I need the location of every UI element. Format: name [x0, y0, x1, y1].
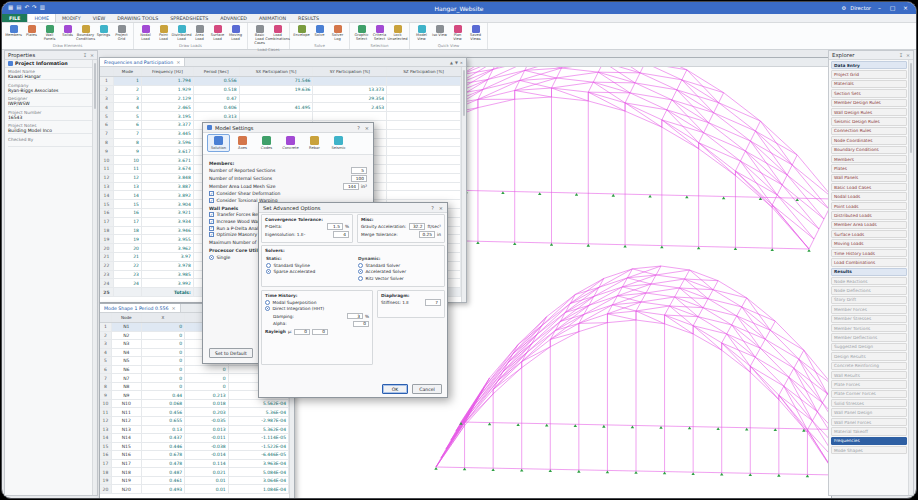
cell[interactable]: 22	[114, 262, 142, 270]
ok-button[interactable]: OK	[382, 384, 408, 394]
cell[interactable]: 3.848	[142, 174, 194, 182]
cell[interactable]: -0.014	[185, 451, 229, 459]
explorer-section-data-entry[interactable]: Data Entry	[831, 61, 907, 69]
cell[interactable]	[387, 130, 461, 138]
explorer-item-node-reactions[interactable]: Node Reactions	[831, 277, 907, 285]
cell[interactable]: N12	[112, 417, 142, 425]
cell[interactable]: 1.084E-04	[229, 485, 289, 493]
cell[interactable]: 0.44	[142, 391, 186, 399]
radio-sparse-accelerated[interactable]: Sparse Accelerated	[266, 269, 350, 274]
radio-ritz-vector-solver[interactable]: Ritz Vector Solver	[358, 276, 442, 281]
cell[interactable]: 24	[114, 279, 142, 287]
tab-frequencies[interactable]: Frequencies and Participation ×	[100, 58, 185, 66]
cell[interactable]: 18	[114, 227, 142, 235]
cell[interactable]	[387, 174, 461, 182]
tab-animation[interactable]: ANIMATION	[253, 14, 292, 22]
boundary-conditions-button[interactable]: Boundary Conditions	[77, 24, 94, 42]
cell[interactable]: 3.921	[142, 209, 194, 217]
criteria-select-button[interactable]: Criteria Select	[371, 24, 388, 42]
print-icon[interactable]: ▥	[40, 5, 45, 11]
explorer-item-point-loads[interactable]: Point Loads	[831, 202, 907, 210]
table-row[interactable]: 11N110.4560.2035.36E-04	[100, 408, 289, 417]
close-icon[interactable]: ×	[460, 60, 463, 65]
cell[interactable]: 3.596	[142, 139, 194, 147]
cell[interactable]: 3	[114, 95, 142, 103]
cell[interactable]: 1	[114, 77, 142, 85]
cell[interactable]: 23	[114, 271, 142, 279]
cell[interactable]: 3.97	[142, 253, 194, 261]
cell[interactable]: 0.01	[185, 477, 229, 485]
table-row[interactable]: 111.7940.55671.546	[100, 77, 461, 86]
cell[interactable]: 3.887	[142, 183, 194, 191]
explorer-item-suggested-design[interactable]: Suggested Design	[831, 343, 907, 351]
cell[interactable]: N19	[112, 477, 142, 485]
settings-nav-rebar[interactable]: Rebar	[304, 135, 325, 151]
explorer-item-boundary-conditions[interactable]: Boundary Conditions	[831, 146, 907, 154]
cell[interactable]: 0.203	[185, 408, 229, 416]
cell[interactable]: 3.674	[142, 165, 194, 173]
column-header-x[interactable]: X	[142, 313, 186, 322]
tab-modify[interactable]: MODIFY	[56, 14, 87, 22]
explorer-item-seismic-design-rules[interactable]: Seismic Design Rules	[831, 117, 907, 125]
maximize-button[interactable]: ▢	[888, 5, 897, 11]
explorer-item-mode-shapes[interactable]: Mode Shapes	[831, 446, 907, 454]
column-header-mode[interactable]: Mode	[114, 67, 142, 76]
cell[interactable]: 15	[114, 200, 142, 208]
table-row[interactable]: 553.1950.313	[100, 112, 461, 121]
lock-unselected-button[interactable]: Lock Unselected	[389, 24, 406, 42]
save-icon[interactable]: ▤	[16, 5, 21, 11]
table-row[interactable]: 15N150.446-0.038-1.522E-04	[100, 443, 289, 452]
cell[interactable]: 0.437	[142, 434, 186, 442]
cell[interactable]: 3.962	[142, 244, 194, 252]
eigensolution-input[interactable]: 4	[333, 231, 349, 238]
plates-button[interactable]: Plates	[23, 24, 40, 38]
cell[interactable]: 19.636	[240, 86, 314, 94]
cell[interactable]: 10	[114, 156, 142, 164]
model-view-button[interactable]: Model View	[413, 24, 430, 42]
cell[interactable]: 0	[142, 332, 186, 340]
cell[interactable]: 6	[114, 121, 142, 129]
cell[interactable]: 41.495	[240, 103, 314, 111]
cell[interactable]: 5	[114, 112, 142, 120]
cell[interactable]: 3.377	[142, 121, 194, 129]
explorer-item-material-takeoff[interactable]: Material Takeoff	[831, 427, 907, 435]
cell[interactable]	[240, 112, 314, 120]
cell[interactable]: 0.556	[194, 77, 240, 85]
close-tab-icon[interactable]: ×	[176, 59, 180, 65]
cell[interactable]: 2.453	[313, 103, 387, 111]
properties-scrollbar[interactable]	[92, 60, 97, 495]
cell[interactable]: 2.465	[142, 103, 194, 111]
wall-panels-button[interactable]: Wall Panels	[41, 24, 58, 42]
tab-file[interactable]: FILE	[2, 14, 27, 22]
cell[interactable]	[387, 95, 461, 103]
load-combinations-button[interactable]: Load Combinations	[269, 24, 286, 42]
field-value[interactable]: Ryan-Biggs Associates	[8, 88, 94, 94]
cell[interactable]	[387, 139, 461, 147]
explorer-section-results[interactable]: Results	[831, 268, 907, 276]
area-load-button[interactable]: Area Load	[191, 24, 208, 42]
cell[interactable]: 7	[114, 130, 142, 138]
cell[interactable]: N18	[112, 468, 142, 476]
table-row[interactable]: 20N200.4930.011.084E-04	[100, 485, 289, 494]
explorer-item-wall-panel-forces[interactable]: Wall Panel Forces	[831, 418, 907, 426]
column-header-sz-participation[interactable]: SZ Participation [%]	[387, 67, 461, 76]
surface-load-button[interactable]: Surface Load	[209, 24, 226, 42]
cell[interactable]: 0.021	[185, 468, 229, 476]
cell[interactable]: 0.068	[142, 400, 186, 408]
cell[interactable]: -0.038	[185, 443, 229, 451]
explorer-item-plate-forces[interactable]: Plate Forces	[831, 380, 907, 388]
cell[interactable]	[387, 156, 461, 164]
sort-ascending-icon[interactable]: ▲	[450, 60, 453, 65]
cell[interactable]: 0	[142, 349, 186, 357]
cell[interactable]: 0	[142, 366, 186, 374]
set-to-default-button[interactable]: Set to Default	[209, 348, 253, 358]
cell[interactable]: 0	[142, 323, 186, 331]
saved-views-button[interactable]: Saved Views	[467, 24, 484, 42]
explorer-item-connection-rules[interactable]: Connection Rules	[831, 127, 907, 135]
moving-load-button[interactable]: Moving Load	[227, 24, 244, 42]
explorer-item-time-history-loads[interactable]: Time History Loads	[831, 249, 907, 257]
table-row[interactable]: 332.1290.4729.354	[100, 95, 461, 104]
explorer-item-members[interactable]: Members	[831, 155, 907, 163]
cell[interactable]: 0.678	[142, 451, 186, 459]
cell[interactable]: -0.011	[185, 434, 229, 442]
